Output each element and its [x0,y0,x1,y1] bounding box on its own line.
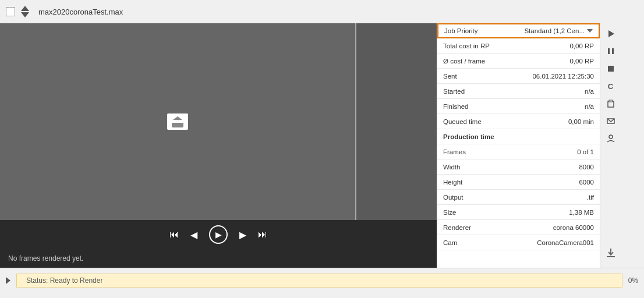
sidebar-icons-panel: C [600,23,621,268]
stop-sidebar-icon[interactable] [603,61,619,77]
mail-sidebar-icon[interactable] [603,113,619,129]
video-controls-bar: ⏮ ◀ ▶ ▶ ⏭ [0,220,437,249]
job-priority-row: Job Priority Standard (1,2 Cen... [437,23,600,38]
size-row: Size 1,38 MB [437,205,600,220]
finished-value: n/a [585,103,594,110]
video-left-pane [0,23,355,220]
avg-cost-label: Ø cost / frame [443,58,485,65]
sent-label: Sent [443,73,457,80]
job-priority-label: Job Priority [444,27,478,34]
queued-time-label: Queued time [443,118,482,125]
dropdown-arrow-icon [587,29,593,33]
play-button[interactable]: ▶ [209,225,228,244]
size-value: 1,38 MB [569,209,594,216]
frames-value: 0 of 1 [577,148,594,155]
sent-row: Sent 06.01.2021 12:25:30 [437,69,600,84]
started-label: Started [443,88,465,95]
no-frames-status: No frames rendered yet. [0,249,437,268]
cam-label: Cam [443,239,457,246]
finished-row: Finished n/a [437,99,600,114]
frames-row: Frames 0 of 1 [437,144,600,159]
download-sidebar-icon[interactable] [603,244,619,261]
output-label: Output [443,194,463,201]
svg-rect-5 [609,100,613,102]
skip-back-button[interactable]: ⏮ [169,229,179,240]
next-frame-button[interactable]: ▶ [239,229,246,240]
svg-rect-1 [608,48,610,54]
c-sidebar-icon[interactable]: C [603,78,619,94]
image-placeholder-icon [167,113,188,130]
total-cost-row: Total cost in RP 0,00 RP [437,38,600,54]
avg-cost-row: Ø cost / frame 0,00 RP [437,54,600,69]
avg-cost-value: 0,00 RP [569,58,594,65]
height-label: Height [443,179,462,186]
person-sidebar-icon[interactable] [603,130,619,147]
checkbox[interactable] [6,7,15,16]
queued-time-value: 0,00 min [568,118,594,125]
file-title: max2020coronaTest.max [38,8,123,16]
svg-marker-0 [608,30,614,37]
prev-frame-button[interactable]: ◀ [190,229,197,240]
production-time-row: Production time [437,129,600,144]
width-row: Width 8000 [437,159,600,175]
expand-icon[interactable] [6,277,10,284]
width-value: 8000 [579,164,594,171]
bottom-bar: Status: Ready to Render 0% [0,268,644,292]
output-row: Output .tif [437,190,600,205]
started-row: Started n/a [437,84,600,99]
sent-value: 06.01.2021 12:25:30 [532,73,594,80]
cam-row: Cam CoronaCamera001 [437,235,600,250]
size-label: Size [443,209,456,216]
sort-down-icon[interactable] [21,12,29,17]
video-panel: ⏮ ◀ ▶ ▶ ⏭ No frames rendered yet. [0,23,437,268]
video-right-pane [355,23,437,220]
top-bar: max2020coronaTest.max [0,0,644,23]
svg-rect-2 [612,48,614,54]
status-badge: Status: Ready to Render [16,274,622,288]
play-sidebar-icon[interactable] [603,26,619,42]
info-panel: Job Priority Standard (1,2 Cen... Total … [437,23,600,268]
skip-fwd-button[interactable]: ⏭ [258,229,267,240]
renderer-value: corona 60000 [553,224,594,231]
job-priority-dropdown[interactable]: Standard (1,2 Cen... [524,27,593,34]
height-row: Height 6000 [437,175,600,190]
job-priority-value: Standard (1,2 Cen... [524,27,585,34]
total-cost-label: Total cost in RP [443,42,490,49]
finished-label: Finished [443,103,468,110]
clipboard-sidebar-icon[interactable] [603,95,619,112]
svg-rect-3 [608,66,614,72]
width-label: Width [443,164,460,171]
queued-time-row: Queued time 0,00 min [437,114,600,129]
sort-up-icon[interactable] [21,6,29,11]
percent-display: 0% [628,276,638,285]
height-value: 6000 [579,179,594,186]
total-cost-value: 0,00 RP [569,42,594,49]
output-value: .tif [587,194,594,201]
renderer-row: Renderer corona 60000 [437,220,600,235]
renderer-label: Renderer [443,224,471,231]
svg-point-7 [609,135,613,139]
production-time-label: Production time [443,133,494,140]
cam-value: CoronaCamera001 [537,239,594,246]
pause-sidebar-icon[interactable] [603,43,619,59]
started-value: n/a [585,88,594,95]
frames-label: Frames [443,148,466,155]
